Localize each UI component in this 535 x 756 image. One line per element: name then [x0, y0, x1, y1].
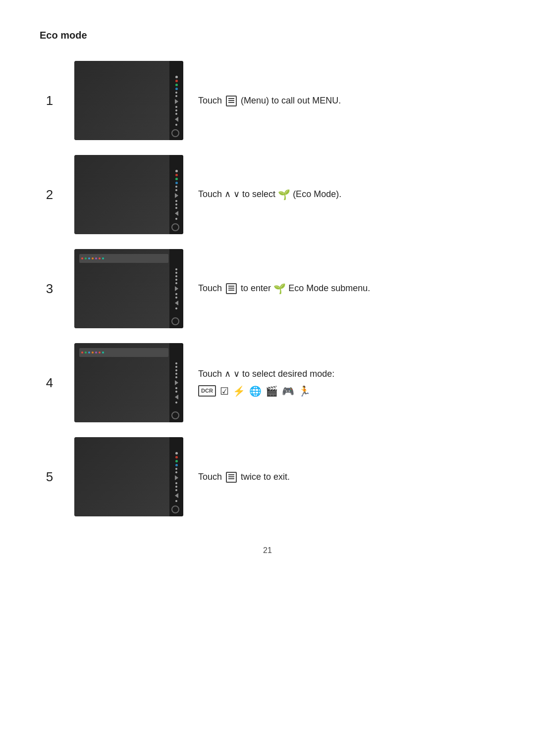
menu-text-1: (Menu) to call out MENU.: [241, 96, 341, 105]
step-number-3: 3: [40, 281, 59, 297]
menu-icon-1: [226, 96, 237, 106]
step-row-4: 4: [40, 343, 495, 422]
arrow-keys-4: ∧ ∨ to select desired mode:: [224, 369, 334, 379]
run-icon: 🏃: [298, 384, 311, 399]
monitor-image-5: [74, 437, 183, 516]
monitor-image-3: [74, 249, 183, 328]
menu-icon-3: [226, 283, 237, 294]
step-number-5: 5: [40, 469, 59, 485]
eco-icon-2: 🌱: [278, 187, 290, 202]
step-desc-3: Touch to enter 🌱 Eco Mode submenu.: [198, 281, 495, 296]
step-row-5: 5 Touc: [40, 437, 495, 516]
step-desc-2: Touch ∧ ∨ to select 🌱 (Eco Mode).: [198, 187, 495, 202]
touch-label-1: Touch: [198, 96, 222, 105]
mode-icons-row: DCR ☑ ⚡ 🌐 🎬 🎮 🏃: [198, 384, 495, 399]
touch-label-2: Touch: [198, 189, 222, 199]
monitor-image-2: [74, 155, 183, 234]
monitor-image-1: [74, 61, 183, 140]
step-row-1: 1 Touc: [40, 61, 495, 140]
page-number: 21: [40, 546, 495, 555]
page-title: Eco mode: [40, 30, 495, 41]
steps-container: 1 Touc: [40, 61, 495, 516]
step-number-4: 4: [40, 375, 59, 391]
step-number-1: 1: [40, 93, 59, 108]
dcr-icon: DCR: [198, 385, 216, 397]
step-row-2: 2 Touc: [40, 155, 495, 234]
eco-submenu-3: Eco Mode submenu.: [288, 283, 370, 293]
step-desc-5: Touch twice to exit.: [198, 470, 495, 484]
touch-label-4: Touch: [198, 369, 222, 379]
eco-icon-3: 🌱: [273, 281, 286, 296]
enter-text-3: to enter: [241, 283, 273, 293]
touch-label-3: Touch: [198, 283, 222, 293]
step-number-2: 2: [40, 187, 59, 202]
step-row-3: 3: [40, 249, 495, 328]
touch-label-5: Touch: [198, 472, 222, 482]
browse-icon: 🌐: [249, 384, 262, 399]
movie-icon: 🎬: [266, 384, 278, 399]
check-icon: ☑: [220, 384, 229, 399]
eco-mode-text-2: (Eco Mode).: [293, 189, 341, 199]
step-desc-4: Touch ∧ ∨ to select desired mode: DCR ☑ …: [198, 367, 495, 399]
step-desc-1: Touch (Menu) to call out MENU.: [198, 94, 495, 107]
monitor-image-4: [74, 343, 183, 422]
arrow-keys-2: ∧ ∨ to select: [224, 189, 278, 199]
twice-text-5: twice to exit.: [241, 472, 290, 482]
lightning-icon: ⚡: [233, 384, 245, 399]
menu-icon-5: [226, 472, 237, 483]
game-icon: 🎮: [282, 384, 294, 399]
